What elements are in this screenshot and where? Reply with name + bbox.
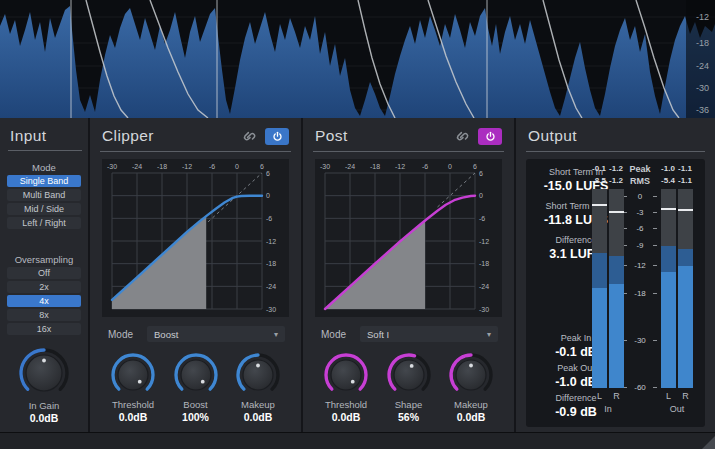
panel-input: Input Mode Single BandMulti BandMid / Si…	[0, 118, 88, 432]
svg-text:6: 6	[260, 163, 264, 170]
svg-text:-18: -18	[479, 260, 489, 267]
mode-option-mid-side[interactable]: Mid / Side	[7, 203, 81, 215]
plugin-window: -12-18-24-30-36 Input Mode Single BandMu…	[0, 0, 715, 449]
waveform-db-label: -12	[696, 12, 709, 22]
tick-dash	[653, 265, 657, 266]
meter-readout: -0.1	[591, 164, 607, 173]
svg-text:-6: -6	[266, 215, 272, 222]
mode-option-single-band[interactable]: Single Band	[7, 175, 81, 187]
svg-text:-30: -30	[320, 163, 330, 170]
level-meter-in-l	[592, 189, 607, 388]
post-shape-knob-control[interactable]	[386, 352, 432, 398]
oversampling-option-off[interactable]: Off	[7, 267, 81, 279]
clipper-makeup-knob: Makeup0.0dB	[227, 352, 289, 423]
clipper-mode-label: Mode	[108, 329, 133, 340]
clipper-transfer-graph: -30-24-18-12-60660-6-12-18-24-30	[102, 159, 289, 317]
meter-scale-tick: 0	[623, 193, 657, 201]
svg-text:-12: -12	[395, 163, 405, 170]
post-mode-value: Soft I	[367, 329, 487, 340]
in-gain-knob-control[interactable]	[18, 347, 70, 399]
svg-text:0: 0	[479, 192, 483, 199]
svg-text:6: 6	[479, 170, 483, 177]
oversampling-section-label: Oversampling	[0, 254, 88, 265]
meter-group-label-out: Out	[660, 404, 694, 414]
svg-text:6: 6	[473, 163, 477, 170]
meter-readout: -1.1	[677, 176, 693, 185]
svg-text:-18: -18	[370, 163, 380, 170]
waveform-db-label: -24	[696, 61, 709, 71]
tick-label: -30	[634, 336, 646, 345]
link-icon[interactable]	[239, 128, 259, 144]
svg-text:-24: -24	[479, 283, 489, 290]
oversampling-option-4x[interactable]: 4x	[7, 295, 81, 307]
tick-dash	[653, 212, 657, 213]
bottom-bar	[0, 432, 715, 449]
tick-dash	[653, 196, 657, 197]
meter-level-segment	[592, 288, 607, 388]
svg-text:-6: -6	[479, 215, 485, 222]
tick-dash	[653, 387, 657, 388]
post-mode-select[interactable]: Soft I ▾	[360, 326, 498, 342]
meter-column-label: RMS	[623, 176, 657, 186]
mode-option-multi-band[interactable]: Multi Band	[7, 189, 81, 201]
post-threshold-knob-control[interactable]	[323, 352, 369, 398]
clipper-makeup-knob-control[interactable]	[235, 352, 281, 398]
svg-text:-24: -24	[132, 163, 142, 170]
svg-text:-6: -6	[209, 163, 215, 170]
chevron-down-icon: ▾	[274, 330, 278, 339]
clipper-knob-row: Threshold0.0dBBoost100%Makeup0.0dB	[102, 352, 289, 423]
post-makeup-knob-value: 0.0dB	[457, 411, 486, 423]
mode-option-left-right[interactable]: Left / Right	[7, 217, 81, 229]
meter-scale-tick: -9	[623, 242, 657, 250]
oversampling-option-8x[interactable]: 8x	[7, 309, 81, 321]
divider	[313, 151, 504, 152]
meter-scale-tick: -6	[623, 225, 657, 233]
post-threshold-knob-value: 0.0dB	[332, 411, 361, 423]
clipper-threshold-knob-label: Threshold	[112, 399, 154, 410]
oversampling-option-16x[interactable]: 16x	[7, 323, 81, 335]
level-meter-in-r	[609, 189, 624, 388]
link-icon[interactable]	[452, 128, 472, 144]
output-meter-box: Short Term In-15.0 LUFSShort Term Out-11…	[526, 159, 705, 427]
clipper-threshold-knob-control[interactable]	[110, 352, 156, 398]
clipper-boost-knob-control[interactable]	[173, 352, 219, 398]
svg-text:-24: -24	[266, 283, 276, 290]
tick-label: -12	[634, 261, 646, 270]
clipper-mode-select[interactable]: Boost ▾	[147, 326, 285, 342]
svg-text:-30: -30	[266, 306, 276, 313]
post-makeup-knob-control[interactable]	[448, 352, 494, 398]
svg-text:0: 0	[448, 163, 452, 170]
clipper-boost-knob-value: 100%	[182, 411, 209, 423]
divider	[100, 151, 291, 152]
post-transfer-graph: -30-24-18-12-60660-6-12-18-24-30	[315, 159, 502, 317]
post-shape-knob-value: 56%	[398, 411, 419, 423]
in-gain-knob: In Gain0.0dB	[13, 347, 75, 424]
meter-peak-hold	[661, 208, 676, 210]
output-panel-title: Output	[528, 127, 703, 145]
post-power-button[interactable]	[478, 128, 502, 145]
svg-text:-30: -30	[479, 306, 489, 313]
clipper-power-button[interactable]	[265, 128, 289, 145]
meter-channel-label: R	[609, 391, 624, 401]
meter-column-label: Peak	[623, 164, 657, 174]
meter-readout: -5.4	[660, 176, 676, 185]
waveform-db-label: -30	[696, 83, 709, 93]
tick-label: -60	[634, 383, 646, 392]
panel-clipper: Clipper -30-24-18-12-60660-6-12-18-24-30…	[90, 118, 301, 432]
clipper-makeup-knob-label: Makeup	[241, 399, 275, 410]
tick-dash	[653, 340, 657, 341]
resize-handle[interactable]	[702, 436, 715, 449]
post-panel-title: Post	[315, 127, 452, 145]
clipper-makeup-knob-value: 0.0dB	[244, 411, 273, 423]
meter-scale-tick: -60	[623, 383, 657, 391]
oversampling-option-2x[interactable]: 2x	[7, 281, 81, 293]
input-oversampling-list: Off2x4x8x16x	[0, 267, 88, 335]
meter-readout: -1.1	[677, 164, 693, 173]
tick-label: 0	[638, 192, 642, 201]
in-gain-knob-block: In Gain0.0dB	[0, 347, 88, 424]
clipper-boost-knob-label: Boost	[183, 399, 207, 410]
clipper-panel-title: Clipper	[102, 127, 239, 145]
meter-channel-label: R	[678, 391, 693, 401]
waveform-db-label: -36	[696, 105, 709, 115]
waveform-display: -12-18-24-30-36	[0, 0, 715, 118]
